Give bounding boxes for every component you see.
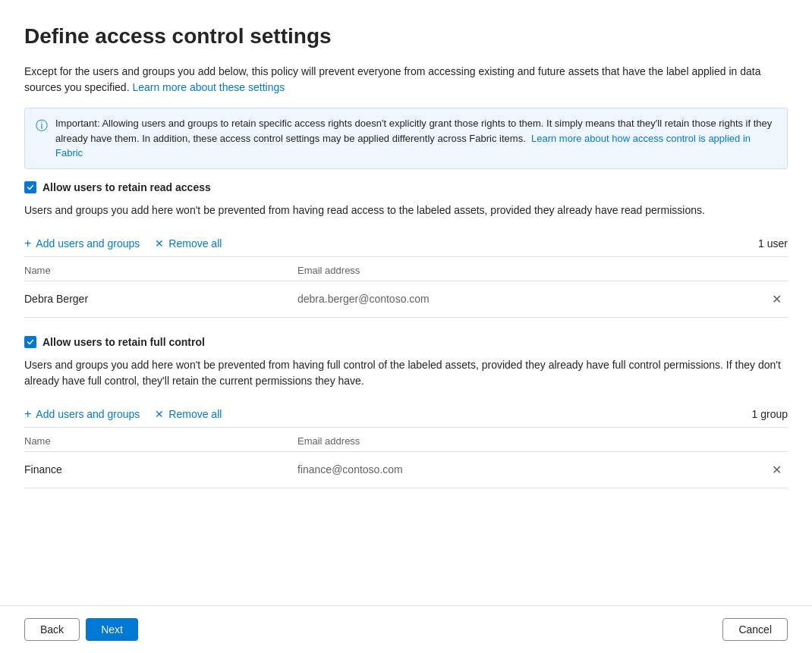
full-control-remove-all-button[interactable]: ✕ Remove all bbox=[155, 408, 222, 420]
read-access-col-name: Name bbox=[24, 265, 297, 276]
read-access-col-email: Email address bbox=[297, 265, 757, 276]
read-access-row-email: debra.berger@contoso.com bbox=[297, 293, 757, 305]
full-control-section: Allow users to retain full control Users… bbox=[24, 336, 788, 488]
plus-icon: + bbox=[24, 407, 31, 421]
page-title: Define access control settings bbox=[24, 24, 788, 49]
full-control-checkbox-row: Allow users to retain full control bbox=[24, 336, 788, 348]
read-access-checkbox-row: Allow users to retain read access bbox=[24, 181, 788, 193]
full-control-row-name: Finance bbox=[24, 463, 297, 476]
full-control-table-header: Name Email address bbox=[24, 428, 788, 452]
full-control-remove-button[interactable]: ✕ bbox=[769, 460, 785, 480]
footer: Back Next Cancel bbox=[0, 605, 812, 653]
read-access-add-button[interactable]: + Add users and groups bbox=[24, 237, 140, 250]
full-control-table-row: Finance finance@contoso.com ✕ bbox=[24, 452, 788, 488]
read-access-table-row: Debra Berger debra.berger@contoso.com ✕ bbox=[24, 281, 788, 318]
read-access-checkbox[interactable] bbox=[24, 181, 36, 193]
read-access-row-remove: ✕ bbox=[757, 289, 788, 309]
cancel-button[interactable]: Cancel bbox=[722, 618, 788, 641]
full-control-label: Allow users to retain full control bbox=[42, 336, 205, 348]
x-icon: ✕ bbox=[155, 237, 164, 250]
full-control-add-button[interactable]: + Add users and groups bbox=[24, 407, 140, 421]
footer-left: Back Next bbox=[24, 618, 138, 641]
info-box: ⓘ Important: Allowing users and groups t… bbox=[24, 108, 788, 169]
read-access-label: Allow users to retain read access bbox=[42, 181, 211, 193]
full-control-row-email: finance@contoso.com bbox=[297, 463, 757, 476]
full-control-description: Users and groups you add here won't be p… bbox=[24, 357, 788, 389]
read-access-actions-left: + Add users and groups ✕ Remove all bbox=[24, 237, 222, 250]
full-control-actions-left: + Add users and groups ✕ Remove all bbox=[24, 407, 222, 421]
page-description: Except for the users and groups you add … bbox=[24, 64, 788, 96]
full-control-count: 1 group bbox=[752, 408, 788, 420]
read-access-remove-all-button[interactable]: ✕ Remove all bbox=[155, 237, 222, 250]
read-access-actions-row: + Add users and groups ✕ Remove all 1 us… bbox=[24, 231, 788, 257]
plus-icon: + bbox=[24, 237, 31, 250]
full-control-col-email: Email address bbox=[297, 435, 757, 447]
read-access-count: 1 user bbox=[758, 237, 788, 250]
x-icon: ✕ bbox=[155, 408, 164, 420]
info-icon: ⓘ bbox=[36, 117, 48, 135]
full-control-actions-row: + Add users and groups ✕ Remove all 1 gr… bbox=[24, 401, 788, 428]
back-button[interactable]: Back bbox=[24, 618, 80, 641]
full-control-checkbox[interactable] bbox=[24, 336, 36, 348]
read-access-description: Users and groups you add here won't be p… bbox=[24, 202, 788, 218]
learn-more-link[interactable]: Learn more about these settings bbox=[132, 81, 285, 93]
read-access-table-header: Name Email address bbox=[24, 257, 788, 281]
read-access-remove-button[interactable]: ✕ bbox=[769, 289, 785, 309]
read-access-section: Allow users to retain read access Users … bbox=[24, 181, 788, 318]
read-access-row-name: Debra Berger bbox=[24, 293, 297, 305]
full-control-col-name: Name bbox=[24, 435, 297, 447]
next-button[interactable]: Next bbox=[86, 618, 138, 641]
full-control-row-remove: ✕ bbox=[757, 460, 788, 480]
